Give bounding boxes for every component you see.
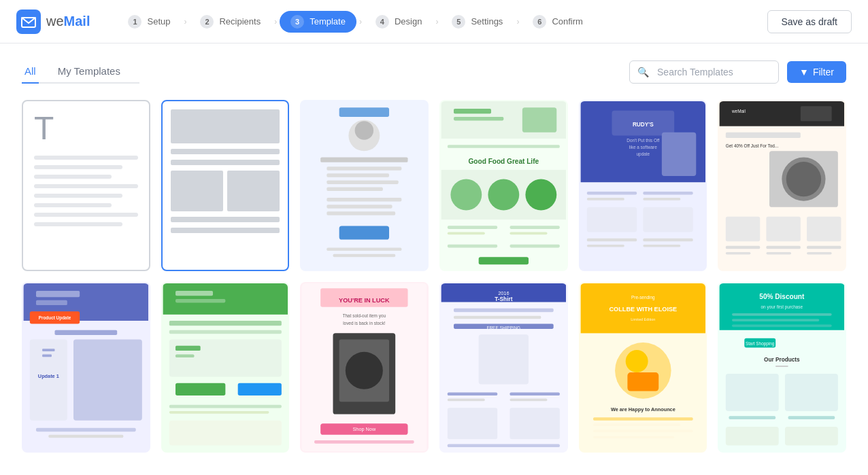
svg-rect-97	[169, 411, 269, 414]
svg-rect-51	[643, 239, 692, 242]
step-5-num: 5	[452, 15, 465, 29]
template-card-blank[interactable]: T	[22, 100, 150, 271]
svg-text:Update 1: Update 1	[38, 373, 59, 379]
svg-rect-19	[454, 109, 491, 113]
search-icon: 🔍	[637, 67, 649, 77]
svg-rect-42	[661, 133, 695, 176]
step-6-label: Confirm	[552, 16, 583, 27]
product-update-preview: Product Update Update 1	[23, 283, 149, 452]
step-4-num: 4	[375, 15, 389, 29]
step-recipients[interactable]: 2 Recipients	[189, 11, 271, 33]
template-card-rudys[interactable]: RUDY'S Don't Put this Off like a softwar…	[579, 100, 707, 271]
step-1-num: 1	[128, 15, 141, 29]
svg-rect-57	[726, 133, 801, 138]
svg-rect-83	[36, 427, 136, 432]
top-bar: All My Templates 🔍 ▼ Filter	[22, 60, 846, 84]
svg-rect-154	[729, 416, 776, 419]
svg-rect-6	[320, 158, 407, 162]
svg-rect-146	[732, 319, 819, 321]
svg-rect-49	[643, 198, 680, 200]
template-card-appsero[interactable]	[300, 100, 429, 271]
svg-rect-70	[807, 252, 832, 255]
template-card-discount[interactable]: 50% Discount on your first purchase Star…	[718, 282, 846, 453]
svg-rect-126	[510, 408, 559, 439]
svg-rect-80	[42, 349, 54, 351]
discount-preview: 50% Discount on your first purchase Star…	[719, 283, 845, 452]
svg-text:on your first purchase: on your first purchase	[761, 304, 803, 309]
step-confirm[interactable]: 6 Confirm	[522, 11, 594, 33]
svg-rect-116	[454, 308, 554, 312]
layout-row-1	[171, 149, 280, 154]
step-template[interactable]: 3 Template	[280, 11, 356, 33]
template-card-product-update[interactable]: Product Update Update 1	[22, 282, 150, 453]
svg-text:FREE SHIPPING: FREE SHIPPING	[487, 325, 520, 330]
svg-text:Shop Now: Shop Now	[353, 426, 377, 432]
layout-header-block	[171, 109, 280, 143]
svg-rect-135	[627, 372, 658, 391]
svg-rect-16	[333, 254, 396, 258]
layout-row-3	[171, 217, 280, 222]
template-card-wemail2[interactable]	[161, 282, 290, 453]
svg-rect-96	[169, 404, 281, 408]
svg-rect-56	[801, 106, 832, 121]
svg-text:50% Discount: 50% Discount	[760, 292, 805, 300]
svg-rect-30	[510, 226, 559, 229]
svg-rect-90	[169, 330, 281, 334]
tab-my-templates[interactable]: My Templates	[55, 60, 123, 84]
save-draft-button[interactable]: Save as draft	[767, 10, 852, 33]
svg-rect-7	[327, 166, 402, 171]
logo[interactable]: weMail	[16, 10, 90, 34]
svg-rect-48	[643, 192, 692, 195]
step-settings[interactable]: 5 Settings	[441, 11, 514, 33]
svg-text:weMail: weMail	[731, 109, 746, 113]
svg-text:Get 40% Off Just For Tod...: Get 40% Off Just For Tod...	[726, 143, 779, 148]
filter-button[interactable]: ▼ Filter	[787, 61, 846, 83]
svg-rect-111	[314, 440, 414, 444]
step-3-num: 3	[290, 15, 304, 29]
step-setup[interactable]: 1 Setup	[117, 11, 181, 33]
svg-point-25	[450, 179, 482, 211]
arrow-4: ›	[433, 17, 441, 27]
svg-rect-69	[807, 246, 841, 249]
layout-blocks	[171, 171, 280, 211]
svg-rect-64	[726, 252, 751, 255]
svg-rect-125	[448, 408, 497, 439]
svg-rect-52	[643, 245, 680, 247]
svg-rect-155	[788, 416, 835, 419]
rudys-preview: RUDY'S Don't Put this Off like a softwar…	[580, 101, 706, 270]
logo-mail: Mail	[64, 14, 90, 29]
template-card-food[interactable]: Good Food Great Life	[439, 100, 568, 271]
step-design[interactable]: 4 Design	[365, 11, 433, 33]
svg-rect-92	[176, 345, 201, 350]
svg-rect-20	[454, 117, 503, 121]
appsero-preview	[301, 101, 427, 270]
svg-rect-74	[36, 300, 67, 304]
search-input[interactable]	[629, 60, 779, 84]
main-content: All My Templates 🔍 ▼ Filter T	[0, 43, 868, 469]
svg-rect-153	[785, 374, 838, 411]
svg-rect-14	[339, 226, 389, 239]
blank-line-2	[34, 165, 122, 169]
svg-rect-10	[327, 188, 384, 192]
template-card-tshirt[interactable]: 2016 T-Shirt FREE SHIPPING	[439, 282, 568, 453]
template-card-layout[interactable]	[161, 100, 290, 271]
svg-text:Pre-sending: Pre-sending	[631, 294, 655, 300]
step-2-label: Recipients	[219, 16, 261, 27]
layout-block-left	[171, 171, 223, 211]
svg-rect-15	[327, 247, 402, 251]
svg-rect-156	[726, 426, 779, 445]
svg-rect-120	[479, 334, 529, 384]
svg-rect-152	[726, 374, 779, 411]
svg-text:Our Products: Our Products	[764, 356, 800, 362]
arrow-5: ›	[514, 17, 522, 27]
template-card-watch[interactable]: weMail Get 40% Off Just For Tod...	[718, 100, 846, 271]
svg-rect-93	[176, 354, 195, 357]
template-card-luck[interactable]: YOU'RE IN LUCK That sold-out item you lo…	[300, 282, 429, 453]
template-card-collab[interactable]: Pre-sending COLLBE WITH ELOISE Limited E…	[579, 282, 707, 453]
svg-point-61	[786, 162, 821, 196]
step-3-label: Template	[310, 16, 346, 27]
svg-point-27	[525, 179, 556, 211]
watch-preview: weMail Get 40% Off Just For Tod...	[719, 101, 845, 270]
tab-all[interactable]: All	[22, 60, 39, 84]
blank-line-7	[34, 213, 138, 217]
